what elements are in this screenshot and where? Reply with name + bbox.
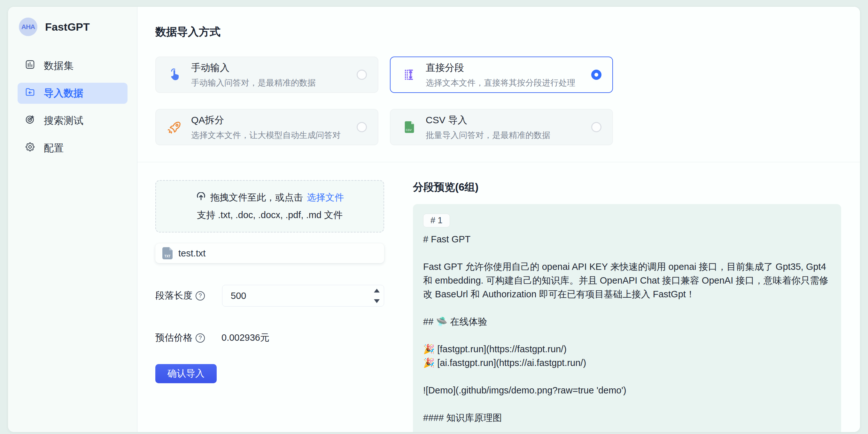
segment-preview-panel: 分段预览(6组) # 1 # Fast GPT Fast GPT 允许你使用自己… — [413, 180, 841, 432]
number-stepper — [370, 285, 384, 306]
estimated-price-value: 0.002936元 — [221, 332, 270, 344]
hand-pointer-icon — [167, 67, 183, 82]
radio-manual-input[interactable] — [356, 70, 367, 80]
sidebar-item-label: 数据集 — [44, 59, 73, 72]
chunk-markdown-content: # Fast GPT Fast GPT 允许你使用自己的 openai API … — [423, 233, 830, 432]
card-desc: 选择文本文件，让大模型自动生成问答对 — [191, 130, 341, 141]
chunk-index-badge: # 1 — [423, 214, 450, 227]
fastgpt-logo: AHA — [19, 18, 37, 36]
radio-csv-import[interactable] — [591, 122, 601, 132]
paragraph-length-text: 段落长度 — [155, 289, 192, 302]
sidebar-item-dataset[interactable]: 数据集 — [18, 55, 127, 76]
svg-text:CSV: CSV — [406, 128, 412, 132]
sidebar-item-label: 配置 — [44, 141, 64, 155]
stepper-down-button[interactable] — [370, 296, 384, 306]
card-title: 直接分段 — [426, 61, 575, 74]
txt-file-icon: TXT — [162, 247, 173, 259]
stepper-up-button[interactable] — [370, 285, 384, 296]
card-desc: 批量导入问答对，是最精准的数据 — [426, 130, 550, 141]
sidebar-item-search-test[interactable]: 搜索测试 — [18, 110, 127, 131]
segment-preview-title: 分段预览(6组) — [413, 180, 841, 195]
help-icon[interactable]: ? — [195, 291, 205, 301]
upload-icon — [195, 192, 207, 203]
dropzone-line1: 拖拽文件至此，或点击 选择文件 — [195, 191, 344, 204]
estimated-price-text: 预估价格 — [155, 332, 192, 344]
page-title: 数据导入方式 — [155, 25, 842, 39]
import-method-card-manual[interactable]: 手动输入 手动输入问答对，是最精准的数据 — [155, 57, 378, 93]
app-window: AHA FastGPT 数据集 导入数据 搜索测试 — [8, 6, 860, 432]
estimated-price-label: 预估价格 ? — [155, 332, 205, 344]
dataset-chart-icon — [25, 59, 35, 72]
import-method-section: 数据导入方式 手动输入 手动输入问答对，是最精准的数据 — [137, 7, 860, 162]
upload-column: 拖拽文件至此，或点击 选择文件 支持 .txt, .doc, .docx, .p… — [155, 180, 384, 432]
card-text: 直接分段 选择文本文件，直接将其按分段进行处理 — [426, 61, 575, 89]
import-method-grid: 手动输入 手动输入问答对，是最精准的数据 — [155, 57, 842, 162]
dropzone-supported-types: 支持 .txt, .doc, .docx, .pdf, .md 文件 — [197, 209, 343, 222]
card-text: CSV 导入 批量导入问答对，是最精准的数据 — [426, 114, 550, 141]
confirm-import-button[interactable]: 确认导入 — [155, 364, 217, 383]
card-desc: 选择文本文件，直接将其按分段进行处理 — [426, 77, 575, 89]
paragraph-length-input[interactable] — [222, 291, 384, 301]
estimated-price-row: 预估价格 ? 0.002936元 — [155, 332, 384, 344]
sidebar-item-label: 搜索测试 — [44, 114, 84, 127]
dropzone-text: 拖拽文件至此，或点击 — [210, 191, 303, 204]
choose-file-link[interactable]: 选择文件 — [307, 191, 344, 204]
file-dropzone[interactable]: 拖拽文件至此，或点击 选择文件 支持 .txt, .doc, .docx, .p… — [155, 180, 384, 233]
card-title: 手动输入 — [191, 61, 316, 74]
import-workspace: 拖拽文件至此，或点击 选择文件 支持 .txt, .doc, .docx, .p… — [137, 162, 860, 432]
import-method-card-qa-split[interactable]: QA拆分 选择文本文件，让大模型自动生成问答对 — [155, 109, 378, 145]
import-method-card-direct-segment[interactable]: 直接分段 选择文本文件，直接将其按分段进行处理 — [390, 57, 613, 93]
uploaded-file-item[interactable]: TXT test.txt — [155, 243, 384, 263]
target-icon — [25, 114, 35, 127]
sidebar-item-config[interactable]: 配置 — [18, 138, 127, 159]
uploaded-file-name: test.txt — [178, 248, 206, 259]
main-content: 数据导入方式 手动输入 手动输入问答对，是最精准的数据 — [137, 7, 860, 432]
help-icon[interactable]: ? — [195, 333, 205, 343]
folder-import-icon — [25, 87, 35, 100]
text-segment-icon — [402, 67, 417, 82]
sidebar-nav: 数据集 导入数据 搜索测试 配置 — [8, 55, 137, 159]
card-text: 手动输入 手动输入问答对，是最精准的数据 — [191, 61, 316, 89]
paragraph-length-label: 段落长度 ? — [155, 289, 205, 302]
card-title: CSV 导入 — [426, 114, 550, 127]
sidebar: AHA FastGPT 数据集 导入数据 搜索测试 — [8, 7, 137, 432]
radio-direct-segment[interactable] — [591, 70, 601, 80]
chevron-down-icon — [374, 299, 380, 303]
card-desc: 手动输入问答对，是最精准的数据 — [191, 77, 316, 89]
segment-preview-card: # 1 # Fast GPT Fast GPT 允许你使用自己的 openai … — [413, 204, 841, 432]
sidebar-item-import-data[interactable]: 导入数据 — [18, 83, 127, 104]
csv-file-icon: CSV — [402, 120, 417, 135]
brand: AHA FastGPT — [19, 18, 137, 36]
rocket-icon — [167, 120, 183, 135]
paragraph-length-row: 段落长度 ? — [155, 285, 384, 307]
paragraph-length-input-wrap — [222, 285, 384, 307]
radio-qa-split[interactable] — [356, 122, 367, 132]
brand-name: FastGPT — [45, 21, 90, 33]
card-title: QA拆分 — [191, 114, 341, 127]
card-text: QA拆分 选择文本文件，让大模型自动生成问答对 — [191, 114, 341, 141]
chevron-up-icon — [374, 289, 380, 293]
import-method-card-csv[interactable]: CSV CSV 导入 批量导入问答对，是最精准的数据 — [390, 109, 613, 145]
sidebar-item-label: 导入数据 — [44, 87, 84, 100]
gear-icon — [25, 141, 35, 155]
